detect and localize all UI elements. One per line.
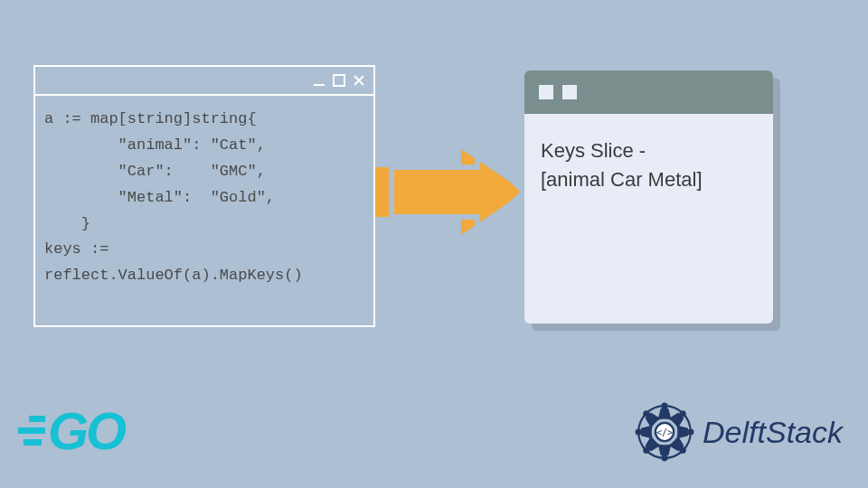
- go-logo: GO: [11, 400, 124, 461]
- code-line: a := map[string]string{: [44, 110, 257, 127]
- delftstack-logo-text: DelftStack: [703, 415, 843, 450]
- maximize-icon: [332, 73, 346, 88]
- result-body: Keys Slice - [animal Car Metal]: [524, 114, 773, 217]
- result-window-titlebar: [524, 70, 773, 114]
- svg-rect-1: [334, 75, 344, 86]
- code-line: }: [44, 215, 90, 232]
- svg-point-10: [661, 455, 667, 461]
- code-window: a := map[string]string{ "animal": "Cat",…: [33, 65, 375, 327]
- svg-point-12: [687, 428, 693, 435]
- titlebar-square-icon: [539, 85, 553, 99]
- code-body: a := map[string]string{ "animal": "Cat",…: [35, 96, 373, 300]
- svg-point-16: [643, 447, 649, 454]
- svg-point-9: [661, 403, 667, 409]
- code-line: keys :=: [44, 240, 108, 258]
- close-icon: [352, 73, 366, 88]
- arrow-icon: [375, 149, 524, 235]
- delftstack-logo: </> DelftStack: [632, 399, 843, 465]
- svg-marker-4: [375, 149, 524, 235]
- svg-point-14: [643, 410, 649, 417]
- delftstack-badge-icon: </>: [632, 399, 697, 465]
- code-line: reflect.ValueOf(a).MapKeys(): [44, 267, 303, 284]
- code-line: "Car": "GMC",: [44, 163, 266, 180]
- svg-point-15: [680, 447, 686, 454]
- result-line: Keys Slice -: [541, 136, 757, 165]
- titlebar-square-icon: [562, 85, 577, 99]
- code-line: "Metal": "Gold",: [44, 189, 275, 206]
- code-line: "animal": "Cat",: [44, 136, 266, 154]
- minimize-icon: [312, 73, 326, 88]
- result-line: [animal Car Metal]: [541, 165, 757, 194]
- svg-point-11: [636, 428, 642, 435]
- go-logo-text: GO: [48, 400, 124, 461]
- svg-point-13: [680, 410, 686, 417]
- code-window-titlebar: [35, 67, 373, 96]
- go-speed-lines-icon: [11, 416, 45, 446]
- svg-text:</>: </>: [656, 427, 673, 437]
- result-window: Keys Slice - [animal Car Metal]: [524, 70, 773, 324]
